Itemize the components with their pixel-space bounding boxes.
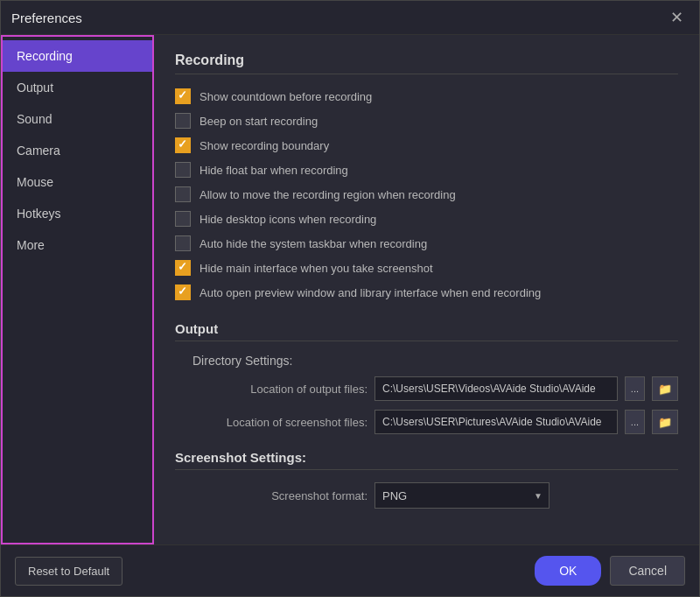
format-row: Screenshot format: PNG JPG BMP GIF — [192, 482, 678, 509]
recording-section-title: Recording — [175, 53, 678, 74]
checkbox-label-7: Auto hide the system taskbar when record… — [200, 237, 427, 250]
checkbox-row-1: Show countdown before recording — [175, 88, 678, 104]
checkbox-row-7: Auto hide the system taskbar when record… — [175, 235, 678, 251]
title-bar: Preferences ✕ — [1, 1, 699, 35]
checkbox-label-1: Show countdown before recording — [200, 90, 372, 103]
sidebar-item-mouse[interactable]: Mouse — [3, 166, 152, 198]
output-files-folder-button[interactable]: 📁 — [652, 376, 678, 401]
sidebar-item-hotkeys[interactable]: Hotkeys — [3, 198, 152, 229]
checkbox-beep[interactable] — [175, 113, 191, 129]
reset-to-default-button[interactable]: Reset to Default — [15, 557, 122, 586]
checkbox-hide-float[interactable] — [175, 162, 191, 178]
directory-settings: Directory Settings: Location of output f… — [192, 354, 678, 434]
checkbox-hide-taskbar[interactable] — [175, 235, 191, 251]
content-area: Recording Show countdown before recordin… — [154, 35, 699, 544]
sidebar-item-camera[interactable]: Camera — [3, 135, 152, 166]
checkbox-row-9: Auto open preview window and library int… — [175, 284, 678, 300]
sidebar-item-output[interactable]: Output — [3, 72, 152, 103]
checkbox-row-5: Allow to move the recording region when … — [175, 186, 678, 202]
output-files-label: Location of output files: — [192, 383, 368, 396]
sidebar-item-more[interactable]: More — [3, 229, 152, 261]
checkbox-row-2: Beep on start recording — [175, 113, 678, 129]
checkbox-label-5: Allow to move the recording region when … — [200, 188, 456, 201]
checkbox-row-8: Hide main interface when you take screen… — [175, 260, 678, 276]
checkbox-row-4: Hide float bar when recording — [175, 162, 678, 178]
output-files-dots-button[interactable]: ... — [625, 376, 645, 401]
sidebar-item-recording[interactable]: Recording — [3, 40, 152, 72]
format-label: Screenshot format: — [192, 489, 368, 502]
cancel-button[interactable]: Cancel — [610, 556, 685, 586]
bottom-bar: Reset to Default OK Cancel — [1, 544, 699, 596]
checkbox-move-region[interactable] — [175, 186, 191, 202]
ok-button[interactable]: OK — [535, 556, 601, 586]
screenshot-files-path-input[interactable] — [374, 410, 618, 434]
close-button[interactable]: ✕ — [665, 8, 689, 27]
checkbox-countdown[interactable] — [175, 88, 191, 104]
screenshot-settings-title: Screenshot Settings: — [175, 450, 678, 470]
screenshot-files-dots-button[interactable]: ... — [625, 410, 645, 434]
checkbox-label-9: Auto open preview window and library int… — [200, 286, 541, 299]
output-section-title: Output — [175, 321, 678, 341]
output-files-path-input[interactable] — [374, 376, 618, 401]
dialog-title: Preferences — [11, 11, 82, 25]
checkbox-boundary[interactable] — [175, 137, 191, 153]
checkbox-label-3: Show recording boundary — [200, 139, 329, 152]
format-select[interactable]: PNG JPG BMP GIF — [374, 482, 550, 509]
checkbox-hide-interface[interactable] — [175, 260, 191, 276]
checkbox-label-2: Beep on start recording — [200, 115, 318, 128]
checkbox-label-8: Hide main interface when you take screen… — [200, 262, 433, 275]
sidebar: Recording Output Sound Camera Mouse Hotk… — [1, 35, 154, 544]
preferences-dialog: Preferences ✕ Recording Output Sound Cam… — [0, 0, 700, 597]
checkbox-label-6: Hide desktop icons when recording — [200, 213, 376, 226]
screenshot-files-row: Location of screenshot files: ... 📁 — [192, 410, 678, 434]
format-select-wrapper: PNG JPG BMP GIF — [374, 482, 550, 509]
output-section: Output Directory Settings: Location of o… — [175, 321, 678, 509]
checkbox-row-3: Show recording boundary — [175, 137, 678, 153]
screenshot-files-folder-button[interactable]: 📁 — [652, 410, 678, 434]
checkbox-label-4: Hide float bar when recording — [200, 164, 348, 177]
output-files-row: Location of output files: ... 📁 — [192, 376, 678, 401]
screenshot-files-label: Location of screenshot files: — [192, 416, 368, 429]
checkbox-auto-open[interactable] — [175, 284, 191, 300]
screenshot-settings: Screenshot Settings: Screenshot format: … — [175, 450, 678, 509]
main-area: Recording Output Sound Camera Mouse Hotk… — [1, 35, 699, 544]
dir-settings-title: Directory Settings: — [192, 354, 678, 368]
checkbox-row-6: Hide desktop icons when recording — [175, 211, 678, 227]
action-buttons: OK Cancel — [535, 556, 685, 586]
sidebar-item-sound[interactable]: Sound — [3, 103, 152, 135]
checkbox-hide-icons[interactable] — [175, 211, 191, 227]
